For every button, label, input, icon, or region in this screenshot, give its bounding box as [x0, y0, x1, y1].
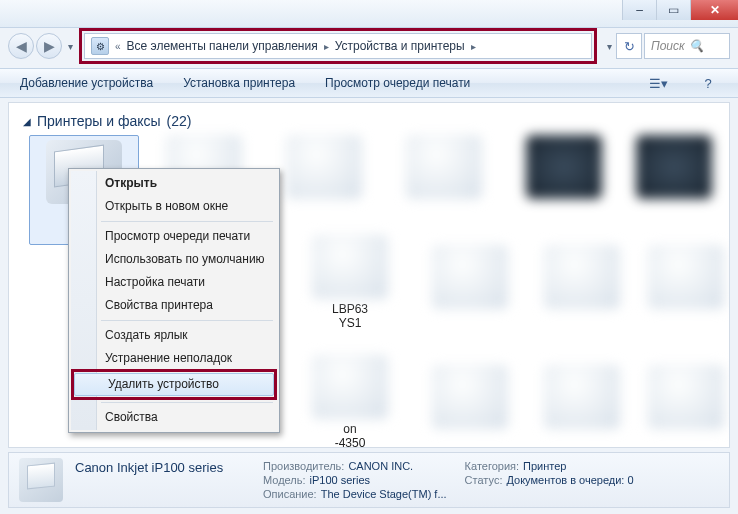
maximize-button[interactable]: ▭	[656, 0, 690, 20]
cm-open[interactable]: Открыть	[71, 172, 277, 195]
device-label: LBP63YS1	[295, 303, 405, 331]
cm-create-shortcut[interactable]: Создать ярлык	[71, 324, 277, 347]
breadcrumb-sep-icon: ▸	[469, 41, 478, 52]
device-item[interactable]	[415, 245, 525, 313]
printer-icon	[432, 365, 508, 429]
printer-icon	[636, 135, 712, 199]
cm-troubleshoot[interactable]: Устранение неполадок	[71, 347, 277, 370]
section-collapse-icon[interactable]: ◢	[23, 116, 31, 127]
breadcrumb-item-control-panel[interactable]: Все элементы панели управления	[127, 39, 318, 53]
printer-icon	[544, 365, 620, 429]
forward-button[interactable]: ▶	[36, 33, 62, 59]
device-item[interactable]	[415, 365, 525, 433]
breadcrumb-chevrons: «	[113, 41, 123, 52]
section-label: Принтеры и факсы	[37, 113, 161, 129]
description-label: Описание:	[263, 488, 317, 500]
context-menu: Открыть Открыть в новом окне Просмотр оч…	[68, 168, 280, 433]
printer-icon	[526, 135, 602, 199]
manufacturer-label: Производитель:	[263, 460, 344, 472]
cm-open-new-window[interactable]: Открыть в новом окне	[71, 195, 277, 218]
device-item[interactable]	[619, 135, 729, 203]
command-bar: Добавление устройства Установка принтера…	[0, 68, 738, 98]
category-label: Категория:	[465, 460, 519, 472]
device-item[interactable]	[269, 135, 379, 203]
cm-printing-preferences[interactable]: Настройка печати	[71, 271, 277, 294]
close-button[interactable]: ✕	[690, 0, 738, 20]
cm-remove-device-highlight: Удалить устройство	[71, 369, 277, 400]
device-large-icon	[19, 458, 63, 502]
device-item[interactable]	[389, 135, 499, 203]
device-label: on-4350YS1	[295, 423, 405, 448]
back-button[interactable]: ◀	[8, 33, 34, 59]
status-value: Документов в очереди: 0	[506, 474, 633, 486]
search-input[interactable]: Поиск: Ус... 🔍	[644, 33, 730, 59]
cm-properties[interactable]: Свойства	[71, 406, 277, 429]
model-label: Модель:	[263, 474, 306, 486]
manufacturer-value: CANON INC.	[348, 460, 413, 472]
minimize-button[interactable]: –	[622, 0, 656, 20]
device-item[interactable]: LBP63YS1	[295, 235, 405, 331]
printer-icon	[406, 135, 482, 199]
printer-icon	[648, 245, 724, 309]
device-item[interactable]	[631, 365, 730, 433]
breadcrumb-dropdown-icon[interactable]: ▾	[607, 41, 612, 52]
nav-buttons: ◀ ▶	[8, 33, 62, 59]
view-options-icon[interactable]: ☰▾	[648, 73, 668, 93]
cm-remove-device[interactable]: Удалить устройство	[74, 373, 274, 396]
breadcrumb[interactable]: ⚙ « Все элементы панели управления ▸ Уст…	[84, 33, 592, 59]
breadcrumb-item-devices[interactable]: Устройства и принтеры	[335, 39, 465, 53]
device-item[interactable]	[527, 245, 637, 313]
printer-icon	[544, 245, 620, 309]
device-item[interactable]	[631, 245, 730, 313]
printer-icon	[648, 365, 724, 429]
description-value: The Device Stage(TM) f...	[321, 488, 447, 500]
printer-icon	[312, 355, 388, 419]
refresh-button[interactable]: ↻	[616, 33, 642, 59]
cm-printer-properties[interactable]: Свойства принтера	[71, 294, 277, 317]
window-controls: – ▭ ✕	[622, 0, 738, 20]
printer-icon	[432, 245, 508, 309]
category-value: Принтер	[523, 460, 566, 472]
address-row: ◀ ▶ ▾ ⚙ « Все элементы панели управления…	[0, 28, 738, 64]
status-label: Статус:	[465, 474, 503, 486]
add-device-button[interactable]: Добавление устройства	[20, 76, 153, 90]
section-header-printers[interactable]: ◢ Принтеры и факсы (22)	[9, 103, 729, 133]
titlebar: – ▭ ✕	[0, 0, 738, 28]
cm-separator	[101, 221, 273, 222]
search-placeholder: Поиск: Ус...	[651, 39, 685, 53]
device-item[interactable]	[527, 365, 637, 433]
cm-set-default[interactable]: Использовать по умолчанию	[71, 248, 277, 271]
device-item[interactable]: on-4350YS1	[295, 355, 405, 448]
details-device-name: Canon Inkjet iP100 series	[75, 460, 245, 475]
section-count: (22)	[167, 113, 192, 129]
breadcrumb-sep-icon: ▸	[322, 41, 331, 52]
control-panel-icon: ⚙	[91, 37, 109, 55]
cm-separator	[101, 402, 273, 403]
help-icon[interactable]: ?	[698, 73, 718, 93]
view-queue-button[interactable]: Просмотр очереди печати	[325, 76, 470, 90]
search-icon: 🔍	[689, 39, 723, 53]
breadcrumb-highlight: ⚙ « Все элементы панели управления ▸ Уст…	[79, 28, 597, 64]
printer-icon	[312, 235, 388, 299]
printer-icon	[286, 135, 362, 199]
add-printer-button[interactable]: Установка принтера	[183, 76, 295, 90]
details-pane: Canon Inkjet iP100 series Производитель:…	[8, 452, 730, 508]
history-dropdown-icon[interactable]: ▾	[68, 41, 73, 52]
cm-view-queue[interactable]: Просмотр очереди печати	[71, 225, 277, 248]
cm-separator	[101, 320, 273, 321]
model-value: iP100 series	[310, 474, 371, 486]
device-item[interactable]	[509, 135, 619, 203]
